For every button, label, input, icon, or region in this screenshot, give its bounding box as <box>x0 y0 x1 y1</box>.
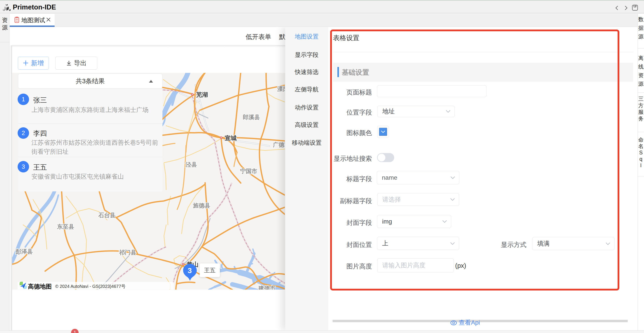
svg-text:广德市: 广德市 <box>273 141 285 148</box>
svg-text:3: 3 <box>188 266 192 275</box>
svg-text:泾县: 泾县 <box>185 161 197 168</box>
svg-text:旌德县: 旌德县 <box>193 202 210 209</box>
svg-text:宁国市: 宁国市 <box>240 168 257 174</box>
svg-text:东至县: 东至县 <box>57 223 74 230</box>
svg-text:芜湖: 芜湖 <box>196 91 208 98</box>
svg-text:溧阳: 溧阳 <box>277 86 285 92</box>
svg-text:郎溪县: 郎溪县 <box>243 114 260 121</box>
svg-text:建德市: 建德市 <box>258 285 276 290</box>
svg-text:宣城: 宣城 <box>225 135 236 141</box>
svg-text:彭泽县: 彭泽县 <box>16 248 33 255</box>
svg-text:石台县: 石台县 <box>98 212 116 218</box>
svg-text:祁门县: 祁门县 <box>119 249 136 256</box>
